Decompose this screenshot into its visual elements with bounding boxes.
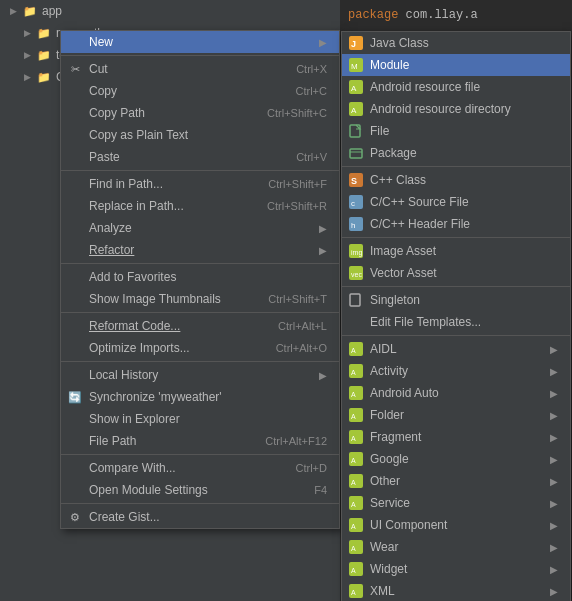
submenu-item-edit-templates[interactable]: Edit File Templates... [342, 311, 570, 333]
show-thumbnails-icon [67, 291, 83, 307]
shortcut-find-path: Ctrl+Shift+F [268, 178, 327, 190]
menu-item-cut[interactable]: ✂ Cut Ctrl+X [61, 58, 339, 80]
submenu-item-activity[interactable]: A Activity ▶ [342, 360, 570, 382]
submenu-item-vector-asset[interactable]: vec Vector Asset [342, 262, 570, 284]
image-asset-icon: img [348, 243, 364, 259]
menu-label-replace-path: Replace in Path... [89, 199, 184, 213]
find-path-icon [67, 176, 83, 192]
synchronize-icon: 🔄 [67, 389, 83, 405]
menu-item-find-path[interactable]: Find in Path... Ctrl+Shift+F [61, 173, 339, 195]
folder-icon-4: 📁 [36, 69, 52, 85]
menu-item-local-history[interactable]: Local History ▶ [61, 364, 339, 386]
menu-item-copy-path[interactable]: Copy Path Ctrl+Shift+C [61, 102, 339, 124]
menu-item-copy[interactable]: Copy Ctrl+C [61, 80, 339, 102]
menu-item-create-gist[interactable]: ⚙ Create Gist... [61, 506, 339, 528]
menu-label-synchronize: Synchronize 'myweather' [89, 390, 222, 404]
tree-arrow-4: ▶ [22, 72, 32, 82]
submenu-item-other[interactable]: A Other ▶ [342, 470, 570, 492]
svg-rect-9 [350, 149, 362, 158]
menu-item-copy-plain[interactable]: Copy as Plain Text [61, 124, 339, 146]
menu-item-add-favorites[interactable]: Add to Favorites [61, 266, 339, 288]
submenu-item-service[interactable]: A Service ▶ [342, 492, 570, 514]
refactor-icon [67, 242, 83, 258]
menu-item-new[interactable]: New ▶ J Java Class M Module A Android r [61, 31, 339, 53]
submenu-item-ui-component[interactable]: A UI Component ▶ [342, 514, 570, 536]
submenu-item-module[interactable]: M Module [342, 54, 570, 76]
submenu-item-package[interactable]: Package [342, 142, 570, 164]
context-menu: New ▶ J Java Class M Module A Android r [60, 30, 340, 529]
submenu-item-fragment[interactable]: A Fragment ▶ [342, 426, 570, 448]
menu-label-file-path: File Path [89, 434, 136, 448]
menu-item-paste[interactable]: Paste Ctrl+V [61, 146, 339, 168]
menu-item-show-explorer[interactable]: Show in Explorer [61, 408, 339, 430]
menu-sep-2 [61, 170, 339, 171]
folder-icon: 📁 [22, 3, 38, 19]
submenu-item-widget[interactable]: A Widget ▶ [342, 558, 570, 580]
replace-path-icon [67, 198, 83, 214]
submenu-item-cpp-class[interactable]: S C++ Class [342, 169, 570, 191]
android-res-file-icon: A [348, 79, 364, 95]
menu-item-file-path[interactable]: File Path Ctrl+Alt+F12 [61, 430, 339, 452]
submenu-label-arf: Android resource file [370, 80, 480, 94]
menu-sep-4 [61, 312, 339, 313]
menu-item-analyze[interactable]: Analyze ▶ [61, 217, 339, 239]
submenu-item-wear[interactable]: A Wear ▶ [342, 536, 570, 558]
submenu-arrow-wear: ▶ [550, 542, 558, 553]
submenu-item-android-auto[interactable]: A Android Auto ▶ [342, 382, 570, 404]
submenu-label-fragment: Fragment [370, 430, 421, 444]
submenu-item-xml[interactable]: A XML ▶ [342, 580, 570, 601]
submenu-label-ard: Android resource directory [370, 102, 511, 116]
menu-item-synchronize[interactable]: 🔄 Synchronize 'myweather' [61, 386, 339, 408]
menu-item-replace-path[interactable]: Replace in Path... Ctrl+Shift+R [61, 195, 339, 217]
submenu-item-android-resource-dir[interactable]: A Android resource directory [342, 98, 570, 120]
menu-label-find-path: Find in Path... [89, 177, 163, 191]
copy-plain-icon [67, 127, 83, 143]
submenu-item-file[interactable]: File [342, 120, 570, 142]
menu-item-compare[interactable]: Compare With... Ctrl+D [61, 457, 339, 479]
submenu-item-android-resource-file[interactable]: A Android resource file [342, 76, 570, 98]
svg-text:A: A [351, 589, 356, 596]
menu-item-module-settings[interactable]: Open Module Settings F4 [61, 479, 339, 501]
submenu-item-folder[interactable]: A Folder ▶ [342, 404, 570, 426]
submenu-arrow-fragment: ▶ [550, 432, 558, 443]
submenu-label-package: Package [370, 146, 417, 160]
submenu-item-aidl[interactable]: A AIDL ▶ [342, 338, 570, 360]
submenu-arrow-android-auto: ▶ [550, 388, 558, 399]
submenu-label-ui-component: UI Component [370, 518, 447, 532]
submenu-item-image-asset[interactable]: img Image Asset [342, 240, 570, 262]
widget-icon: A [348, 561, 364, 577]
tree-item-app[interactable]: ▶ 📁 app [0, 0, 340, 22]
submenu-item-java-class[interactable]: J Java Class [342, 32, 570, 54]
cpp-header-icon: h [348, 216, 364, 232]
menu-item-reformat[interactable]: Reformat Code... Ctrl+Alt+L [61, 315, 339, 337]
svg-text:h: h [351, 221, 355, 230]
android-res-dir-icon: A [348, 101, 364, 117]
svg-text:A: A [351, 479, 356, 486]
svg-text:A: A [351, 457, 356, 464]
submenu-label-xml: XML [370, 584, 395, 598]
svg-text:A: A [351, 106, 357, 115]
menu-label-reformat: Reformat Code... [89, 319, 180, 333]
submenu-arrow-activity: ▶ [550, 366, 558, 377]
service-icon: A [348, 495, 364, 511]
submenu-sep-4 [342, 335, 570, 336]
submenu-item-cpp-header[interactable]: h C/C++ Header File [342, 213, 570, 235]
submenu-item-cpp-source[interactable]: c C/C++ Source File [342, 191, 570, 213]
ui-component-icon: A [348, 517, 364, 533]
menu-label-optimize-imports: Optimize Imports... [89, 341, 190, 355]
code-keyword: package [348, 8, 406, 22]
menu-label-copy-path: Copy Path [89, 106, 145, 120]
menu-item-show-thumbnails[interactable]: Show Image Thumbnails Ctrl+Shift+T [61, 288, 339, 310]
analyze-icon [67, 220, 83, 236]
submenu-item-google[interactable]: A Google ▶ [342, 448, 570, 470]
submenu-arrow-xml: ▶ [550, 586, 558, 597]
shortcut-reformat: Ctrl+Alt+L [278, 320, 327, 332]
menu-label-analyze: Analyze [89, 221, 132, 235]
submenu-arrow-new: ▶ [319, 37, 327, 48]
submenu-arrow-other: ▶ [550, 476, 558, 487]
menu-item-optimize-imports[interactable]: Optimize Imports... Ctrl+Alt+O [61, 337, 339, 359]
submenu-label-cpp-class: C++ Class [370, 173, 426, 187]
submenu-new: J Java Class M Module A Android resource… [341, 31, 571, 601]
submenu-item-singleton[interactable]: Singleton [342, 289, 570, 311]
menu-item-refactor[interactable]: Refactor ▶ [61, 239, 339, 261]
